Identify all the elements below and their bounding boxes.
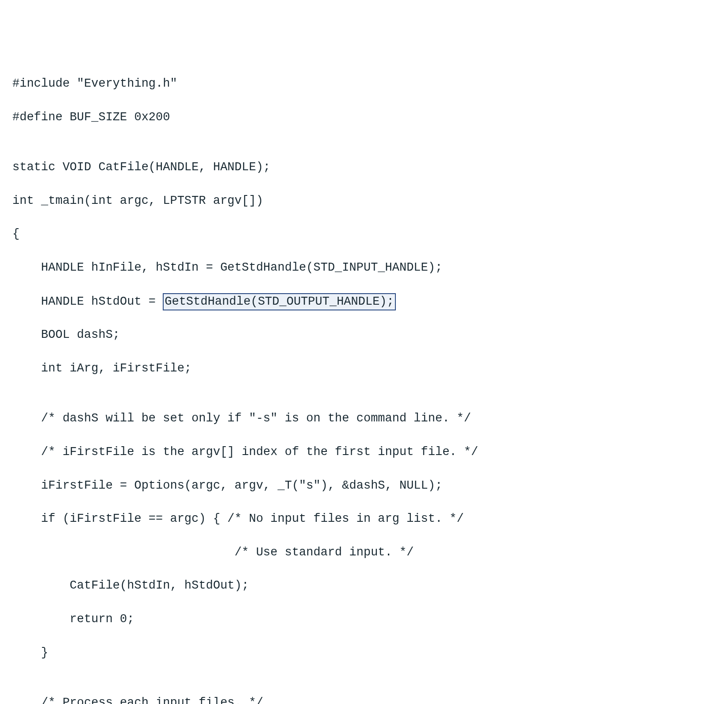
code-line: /* dashS will be set only if "-s" is on … [12,410,716,427]
code-line: { [12,226,716,243]
highlight-getstdhandle: GetStdHandle(STD_OUTPUT_HANDLE); [163,293,395,310]
code-line: HANDLE hStdOut = GetStdHandle(STD_OUTPUT… [12,293,716,310]
code-text: HANDLE hStdOut = [12,295,163,308]
code-line: /* Process each input files. */ [12,695,716,704]
code-line: static VOID CatFile(HANDLE, HANDLE); [12,159,716,176]
code-line: if (iFirstFile == argc) { /* No input fi… [12,511,716,528]
code-line: /* Use standard input. */ [12,544,716,561]
code-line: return 0; [12,611,716,628]
code-line: int iArg, iFirstFile; [12,360,716,377]
code-line: } [12,645,716,662]
code-line: iFirstFile = Options(argc, argv, _T("s")… [12,478,716,494]
code-line: BOOL dashS; [12,327,716,344]
code-line: /* iFirstFile is the argv[] index of the… [12,444,716,461]
code-line: CatFile(hStdIn, hStdOut); [12,578,716,594]
code-line: #define BUF_SIZE 0x200 [12,109,716,126]
code-line: HANDLE hInFile, hStdIn = GetStdHandle(ST… [12,260,716,276]
code-line: #include "Everything.h" [12,76,716,92]
code-line: int _tmain(int argc, LPTSTR argv[]) [12,193,716,210]
